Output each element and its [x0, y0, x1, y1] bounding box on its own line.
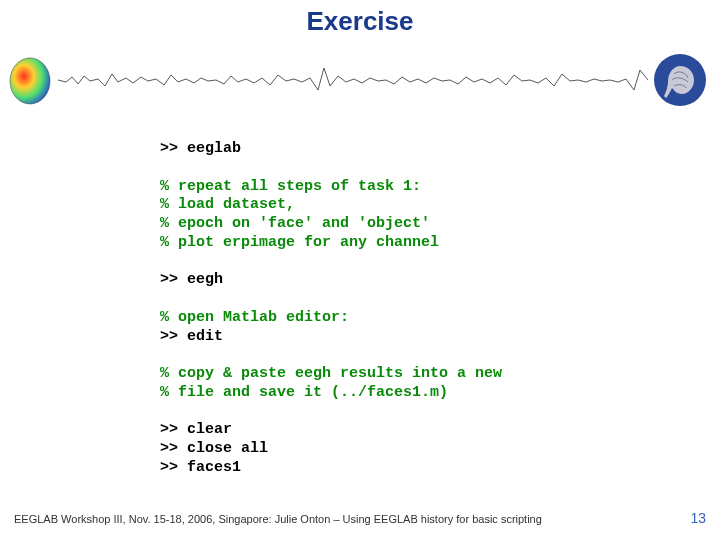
code-comment: % copy & paste eegh results into a new [160, 365, 502, 382]
code-line: >> close all [160, 440, 268, 457]
eeg-waveform-icon [58, 60, 648, 100]
page-title: Exercise [0, 6, 720, 37]
code-line: >> edit [160, 328, 223, 345]
code-comment: % epoch on 'face' and 'object' [160, 215, 430, 232]
footer: EEGLAB Workshop III, Nov. 15-18, 2006, S… [14, 510, 706, 526]
slide: Exercise >> eeglab % repeat [0, 0, 720, 540]
code-line: >> faces1 [160, 459, 241, 476]
code-comment: % open Matlab editor: [160, 309, 349, 326]
code-line: >> eeglab [160, 140, 241, 157]
code-line: >> eegh [160, 271, 223, 288]
footer-text: EEGLAB Workshop III, Nov. 15-18, 2006, S… [14, 513, 542, 525]
page-number: 13 [690, 510, 706, 526]
code-comment: % plot erpimage for any channel [160, 234, 439, 251]
head-topomap-icon [8, 56, 52, 106]
code-block: >> eeglab % repeat all steps of task 1: … [160, 140, 502, 478]
code-comment: % load dataset, [160, 196, 295, 213]
code-comment: % file and save it (../faces1.m) [160, 384, 448, 401]
code-line: >> clear [160, 421, 232, 438]
sccn-brain-logo-icon [652, 52, 708, 108]
code-comment: % repeat all steps of task 1: [160, 178, 421, 195]
